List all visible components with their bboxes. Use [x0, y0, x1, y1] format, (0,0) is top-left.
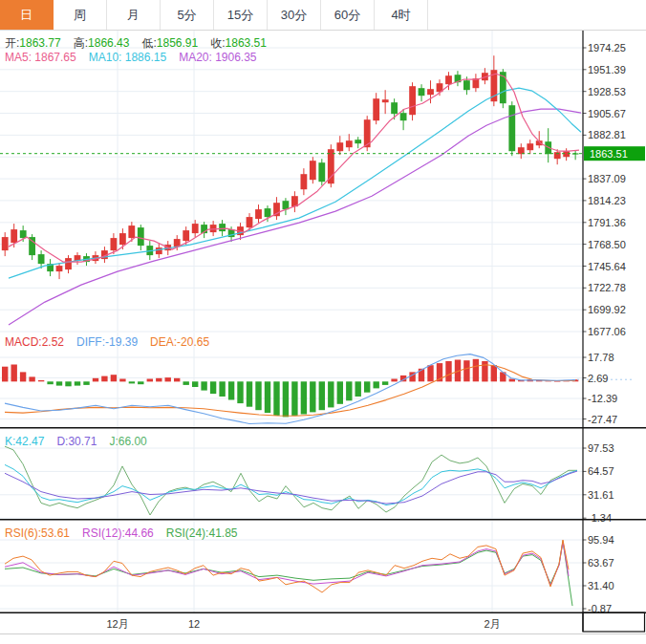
- macd-hist-bar: [201, 381, 206, 390]
- macd-hist-bar: [337, 381, 343, 404]
- macd-hist-bar: [29, 376, 34, 381]
- y-tick-label: 1814.23: [588, 195, 626, 206]
- macd-hist-bar: [93, 378, 98, 382]
- macd-hist-bar: [237, 381, 243, 403]
- macd-hist-bar: [391, 379, 397, 382]
- macd-hist-bar: [119, 379, 125, 382]
- macd-hist-bar: [38, 380, 44, 381]
- candle-body: [518, 147, 525, 154]
- y-tick-label: 17.78: [588, 352, 614, 363]
- tab-monthly[interactable]: 月: [107, 0, 161, 30]
- diff-line: [5, 354, 575, 424]
- macd-hist-bar: [138, 381, 143, 384]
- ma-ma20: MA20: 1906.35: [179, 51, 256, 64]
- y-tick-label: 1837.09: [588, 173, 626, 184]
- macd-hist-bar: [473, 359, 479, 382]
- candle-body: [2, 237, 9, 250]
- y-tick-label: 1791.36: [588, 217, 626, 228]
- x-tick-label: 12: [188, 618, 200, 630]
- ma-readout: MA5: 1867.65MA10: 1886.15MA20: 1906.35: [5, 51, 269, 64]
- candle-body: [192, 224, 199, 233]
- y-tick-label: 1882.81: [588, 129, 626, 140]
- macd-hist-bar: [328, 381, 334, 407]
- macd-hist-bar: [482, 361, 487, 381]
- macd-diff: DIFF:-19.39: [76, 335, 138, 349]
- y-tick-label: 31.40: [588, 580, 614, 591]
- candle-body: [463, 80, 470, 90]
- candle-body: [210, 225, 217, 232]
- tab-daily[interactable]: 日: [0, 0, 54, 30]
- macd-hist-bar: [228, 381, 234, 399]
- y-tick-label: 1905.67: [588, 108, 626, 119]
- rsi-readout: RSI(6):53.61RSI(12):44.66RSI(24):41.85: [5, 526, 249, 540]
- candle-body: [11, 229, 17, 243]
- macd-hist-bar: [463, 360, 469, 381]
- candle-body: [373, 98, 379, 120]
- macd-hist-bar: [210, 381, 216, 394]
- macd-hist-bar: [427, 365, 433, 381]
- rsi12-line: [5, 542, 569, 585]
- macd-dea: DEA:-20.65: [150, 335, 209, 349]
- y-tick-label: 1745.64: [588, 261, 626, 272]
- tab-15min[interactable]: 15分: [214, 0, 268, 30]
- candle-body: [20, 230, 27, 238]
- macd-hist-bar: [129, 381, 135, 383]
- candle-body: [355, 140, 361, 143]
- trading-chart-app: 日周月5分15分30分60分4时 1974.251951.391928.5319…: [0, 0, 646, 644]
- y-tick-label: 63.67: [588, 557, 614, 569]
- macd-hist-bar: [83, 381, 89, 385]
- rsi24-line: [5, 541, 572, 606]
- ohlc-readout: 开:1863.77高:1866.43低:1856.91收:1863.51: [5, 35, 279, 52]
- candle-body: [391, 102, 398, 114]
- candle-body: [445, 75, 452, 84]
- chart-canvas[interactable]: 1974.251951.391928.531905.671882.811837.…: [0, 0, 646, 644]
- rsi-rsi12: RSI(12):44.66: [82, 526, 154, 540]
- macd-hist-bar: [2, 367, 8, 382]
- macd-hist-bar: [346, 381, 352, 400]
- y-tick-label: 1768.50: [588, 239, 626, 250]
- macd-hist-bar: [265, 381, 270, 413]
- ohlc-open: 开:1863.77: [5, 36, 61, 50]
- kdj-j-line: [5, 446, 577, 515]
- candle-body: [382, 99, 389, 102]
- tab-60min[interactable]: 60分: [321, 0, 375, 30]
- macd-hist-bar: [156, 378, 162, 382]
- macd-hist-bar: [47, 381, 53, 384]
- y-tick-label: 1928.53: [588, 86, 626, 97]
- macd-hist-bar: [445, 361, 451, 381]
- ohlc-low: 低:1856.91: [141, 36, 198, 50]
- macd-hist-bar: [364, 381, 370, 392]
- candle-body: [400, 113, 407, 120]
- timeframe-toolbar: 日周月5分15分30分60分4时: [0, 0, 646, 31]
- tab-30min[interactable]: 30分: [268, 0, 321, 30]
- candle-body: [255, 209, 262, 219]
- tab-5min[interactable]: 5分: [161, 0, 214, 30]
- tab-weekly[interactable]: 周: [54, 0, 107, 30]
- macd-readout: MACD:2.52DIFF:-19.39DEA:-20.65: [5, 335, 222, 349]
- candle-body: [310, 161, 316, 180]
- y-tick-label: -1.34: [588, 512, 612, 524]
- ma-ma10: MA10: 1886.15: [89, 51, 166, 64]
- macd-hist-bar: [101, 376, 107, 382]
- ma-ma5: MA5: 1867.65: [5, 51, 76, 64]
- macd-hist-bar: [382, 381, 388, 385]
- kdj-j: J:66.00: [109, 435, 146, 448]
- candle-body: [38, 254, 45, 264]
- macd-hist-bar: [183, 381, 189, 385]
- candle-body: [156, 247, 162, 254]
- tab-4hour[interactable]: 4时: [375, 0, 428, 30]
- y-tick-label: -27.47: [588, 414, 617, 425]
- rsi-rsi24: RSI(24):41.85: [166, 526, 238, 540]
- candle-body: [219, 224, 226, 231]
- macd-hist-bar: [56, 381, 62, 385]
- y-tick-label: 2.69: [588, 373, 608, 384]
- candle-body: [336, 142, 343, 151]
- x-tick-label: 12月: [106, 618, 128, 630]
- ohlc-high: 高:1866.43: [74, 36, 130, 50]
- macd-hist-bar: [374, 381, 379, 388]
- macd-hist-bar: [147, 379, 153, 382]
- kdj-d: D:30.71: [56, 435, 97, 448]
- macd-hist-bar: [283, 381, 289, 417]
- candle-body: [419, 88, 425, 96]
- candle-body: [265, 208, 271, 217]
